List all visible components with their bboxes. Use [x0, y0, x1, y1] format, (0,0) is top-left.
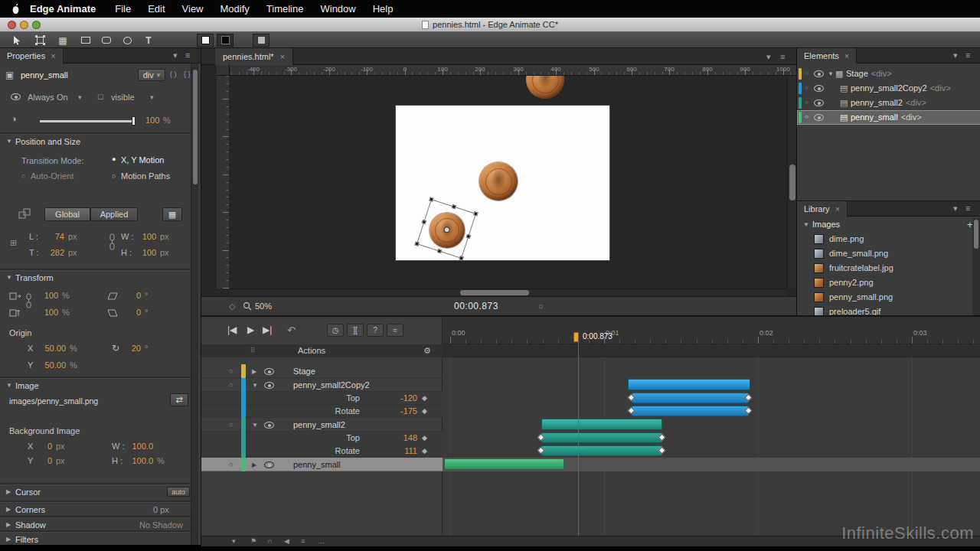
- scrollbar-thumb[interactable]: [974, 220, 978, 249]
- fill-color-swatch[interactable]: [217, 34, 234, 47]
- l-value[interactable]: 74: [41, 232, 64, 241]
- skip-forward-button[interactable]: ▶|: [263, 324, 272, 335]
- bg-w-value[interactable]: 100.0: [126, 442, 153, 451]
- section-filters[interactable]: ▶ Filters: [0, 532, 191, 545]
- menu-modify[interactable]: Modify: [212, 3, 258, 15]
- auto-transition-button[interactable]: ][: [347, 324, 364, 337]
- panel-menu-icon[interactable]: ≡: [965, 51, 970, 60]
- grip-icon[interactable]: ⠿: [250, 347, 256, 354]
- radio-on-icon[interactable]: ●: [112, 155, 116, 163]
- timeline-subrow-top[interactable]: Top -120 ◆: [201, 392, 443, 405]
- elements-row-penny_small2Copy2[interactable]: ○ ▤ penny_small2Copy2<div>: [797, 81, 980, 96]
- element-name-field[interactable]: penny_small: [21, 70, 68, 80]
- chevron-down-icon[interactable]: ▾: [232, 537, 236, 545]
- cursor-auto-button[interactable]: auto: [167, 487, 190, 497]
- timeline-track-area[interactable]: 0:00 0:01 0:02 0:03 0:00.8: [443, 317, 980, 546]
- wh-link-icon[interactable]: [109, 233, 116, 253]
- panel-menu-icon[interactable]: ≡: [780, 52, 785, 61]
- tag-dropdown[interactable]: div▾: [138, 69, 165, 81]
- global-button[interactable]: Global: [44, 207, 90, 221]
- opacity-slider-knob[interactable]: [132, 116, 136, 126]
- section-shadow[interactable]: ▶ Shadow No Shadow: [0, 517, 191, 530]
- bg-y-value[interactable]: 0: [37, 456, 52, 465]
- menu-timeline[interactable]: Timeline: [258, 3, 312, 15]
- bg-h-value[interactable]: 100.0: [126, 456, 153, 465]
- gear-icon[interactable]: ⚙: [423, 346, 431, 356]
- eye-icon[interactable]: [264, 382, 274, 389]
- menu-edit[interactable]: Edit: [139, 3, 173, 15]
- tri-right-icon[interactable]: ▶: [252, 368, 256, 375]
- eye-icon[interactable]: [264, 461, 274, 468]
- layout-grid-tool[interactable]: ▦: [54, 34, 72, 47]
- library-images-section[interactable]: ▼ Images +: [797, 218, 980, 231]
- scrollbar-thumb[interactable]: [460, 290, 529, 295]
- layer-dot-icon[interactable]: ○: [229, 367, 233, 375]
- play-button[interactable]: ▶: [247, 324, 254, 335]
- elements-tab[interactable]: Elements ×: [797, 48, 857, 64]
- menu-window[interactable]: Window: [312, 3, 364, 15]
- selection-handle[interactable]: [422, 220, 426, 224]
- panel-menu-icon[interactable]: ≡: [185, 51, 190, 60]
- rotate-value[interactable]: 20: [124, 344, 141, 353]
- opacity-slider-track[interactable]: [40, 120, 135, 122]
- border-color-swatch[interactable]: [197, 34, 214, 47]
- properties-tab[interactable]: Properties ×: [0, 48, 64, 64]
- timeline-row-penny_small2Copy2[interactable]: ○ ▼ penny_small2Copy2: [201, 378, 443, 392]
- image-src-field[interactable]: images/penny_small.png: [9, 396, 98, 406]
- scale-x-value[interactable]: 100: [37, 291, 58, 300]
- transition-bar-top[interactable]: [541, 432, 662, 443]
- auto-orient-option[interactable]: Auto-Orient: [31, 171, 74, 181]
- anchor-icon[interactable]: ⊞: [10, 238, 17, 248]
- timeline-row-stage[interactable]: ○ ▶ Stage: [201, 364, 443, 378]
- section-transform[interactable]: ▼ Transform: [0, 270, 191, 283]
- marker-flag-icon[interactable]: ⚑: [250, 537, 256, 545]
- timeline-row-penny_small2[interactable]: ○ ▼ penny_small2: [201, 418, 443, 432]
- layer-dot-icon[interactable]: ○: [229, 381, 233, 389]
- w-value[interactable]: 100: [133, 232, 156, 241]
- zoom-level[interactable]: 50%: [255, 302, 272, 311]
- menu-help[interactable]: Help: [364, 3, 402, 15]
- transition-bar-rotate[interactable]: [541, 445, 662, 456]
- stage-vertical-scrollbar[interactable]: [787, 76, 796, 289]
- library-tab[interactable]: Library ×: [797, 201, 848, 217]
- transition-bar-top[interactable]: [632, 393, 749, 403]
- pin-toggle-button[interactable]: ?: [367, 324, 384, 337]
- add-keyframe-icon[interactable]: ◆: [422, 447, 427, 455]
- radio-off-icon[interactable]: ○: [21, 172, 25, 180]
- pan-icon[interactable]: ◇: [229, 302, 235, 311]
- eye-icon[interactable]: [264, 422, 274, 429]
- close-icon[interactable]: ×: [51, 51, 55, 60]
- selection-tool[interactable]: [8, 34, 26, 47]
- easing-button[interactable]: ≈: [387, 324, 403, 337]
- skew-x-value[interactable]: 0: [127, 291, 141, 300]
- eye-icon[interactable]: [814, 70, 824, 77]
- eye-icon[interactable]: [814, 85, 824, 92]
- selection-handle[interactable]: [429, 197, 433, 201]
- section-cursor[interactable]: ▶ Cursor auto: [0, 484, 191, 497]
- layer-dot-icon[interactable]: ○: [805, 70, 808, 77]
- auto-keyframe-button[interactable]: ◷: [327, 324, 344, 337]
- layer-dot-icon[interactable]: ○: [229, 461, 233, 468]
- library-item[interactable]: penny_small.png: [797, 290, 972, 305]
- window-title-bar[interactable]: pennies.html - Edge Animate CC*: [0, 18, 980, 32]
- section-position-size[interactable]: ▼ Position and Size: [0, 134, 191, 147]
- motion-paths-option[interactable]: Motion Paths: [121, 171, 170, 181]
- layer-dot-icon[interactable]: ○: [805, 84, 808, 91]
- penny-middle[interactable]: [479, 162, 518, 201]
- layer-dot-icon[interactable]: ○: [805, 113, 808, 120]
- elements-row-penny_small[interactable]: ○ ▤ penny_small<div>: [797, 110, 980, 125]
- app-menu[interactable]: Edge Animate: [30, 3, 96, 15]
- h-value[interactable]: 100: [133, 248, 156, 257]
- scrollbar-thumb[interactable]: [789, 165, 795, 201]
- timeline-subrow-rotate[interactable]: Rotate 111 ◆: [201, 445, 443, 458]
- scrollbar-thumb[interactable]: [193, 70, 198, 184]
- close-icon[interactable]: ×: [844, 51, 849, 60]
- transition-bar-penny_small2Copy2[interactable]: [628, 379, 750, 390]
- stage-canvas[interactable]: [229, 76, 787, 289]
- library-item[interactable]: fruitcratelabel.jpg: [797, 261, 972, 276]
- scale-y-value[interactable]: 100: [37, 308, 58, 317]
- chevron-down-icon[interactable]: ▾: [953, 204, 958, 214]
- tri-right-icon[interactable]: ▶: [252, 461, 256, 468]
- transition-bar-penny_small[interactable]: [444, 458, 564, 470]
- swap-image-button[interactable]: ⇄: [170, 393, 188, 406]
